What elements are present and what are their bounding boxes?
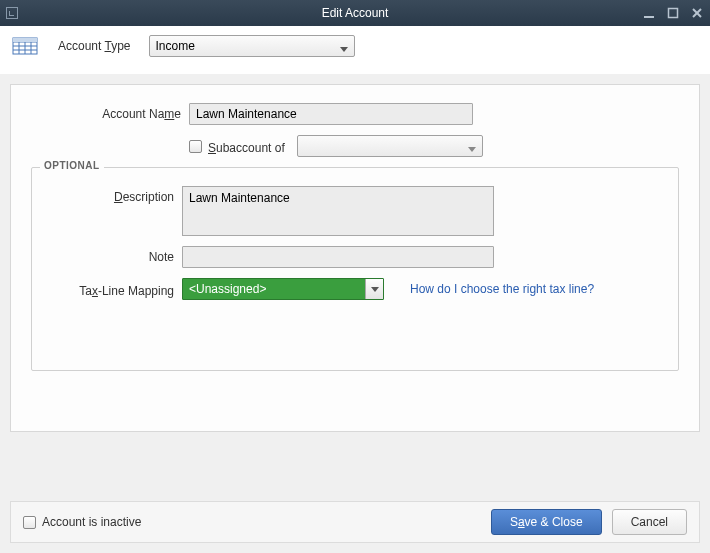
window-title: Edit Account: [322, 6, 389, 20]
maximize-icon[interactable]: [666, 6, 680, 20]
popup-icon[interactable]: [6, 7, 18, 19]
svg-marker-12: [340, 47, 348, 52]
account-grid-icon: [12, 34, 40, 58]
tax-help-link[interactable]: How do I choose the right tax line?: [410, 282, 594, 296]
note-label: Note: [46, 246, 174, 264]
account-name-label: Account Name: [31, 103, 181, 121]
optional-legend: OPTIONAL: [40, 160, 104, 171]
taxline-select[interactable]: <Unassigned>: [182, 278, 384, 300]
svg-marker-13: [468, 147, 476, 152]
description-label: Description: [46, 186, 174, 204]
minimize-icon[interactable]: [642, 6, 656, 20]
subaccount-select[interactable]: [297, 135, 483, 157]
account-type-select[interactable]: Income: [149, 35, 355, 57]
svg-rect-1: [669, 9, 678, 18]
svg-marker-14: [371, 287, 379, 292]
subaccount-checkbox[interactable]: [189, 140, 202, 153]
footer: Account is inactive Save & Close Cancel: [10, 501, 700, 543]
subaccount-label: Subaccount of: [208, 137, 285, 155]
save-close-button[interactable]: Save & Close: [491, 509, 602, 535]
description-input[interactable]: Lawn Maintenance: [182, 186, 494, 236]
chevron-down-icon: [340, 42, 348, 50]
account-type-label: Account Type: [58, 39, 131, 53]
note-input[interactable]: [182, 246, 494, 268]
inactive-label: Account is inactive: [42, 515, 141, 529]
chevron-down-icon: [468, 142, 476, 150]
top-section: Account Type Income: [0, 26, 710, 74]
chevron-down-icon: [365, 279, 383, 299]
cancel-button[interactable]: Cancel: [612, 509, 687, 535]
optional-fieldset: OPTIONAL Description Lawn Maintenance No…: [31, 167, 679, 371]
svg-rect-11: [13, 38, 37, 42]
taxline-label: Tax-Line Mapping: [46, 280, 174, 298]
main-panel: Account Name Subaccount of OPTIONAL Desc…: [10, 84, 700, 432]
inactive-checkbox[interactable]: [23, 516, 36, 529]
close-icon[interactable]: [690, 6, 704, 20]
titlebar: Edit Account: [0, 0, 710, 26]
account-type-value: Income: [156, 39, 195, 53]
taxline-value: <Unassigned>: [189, 282, 266, 296]
account-name-input[interactable]: [189, 103, 473, 125]
